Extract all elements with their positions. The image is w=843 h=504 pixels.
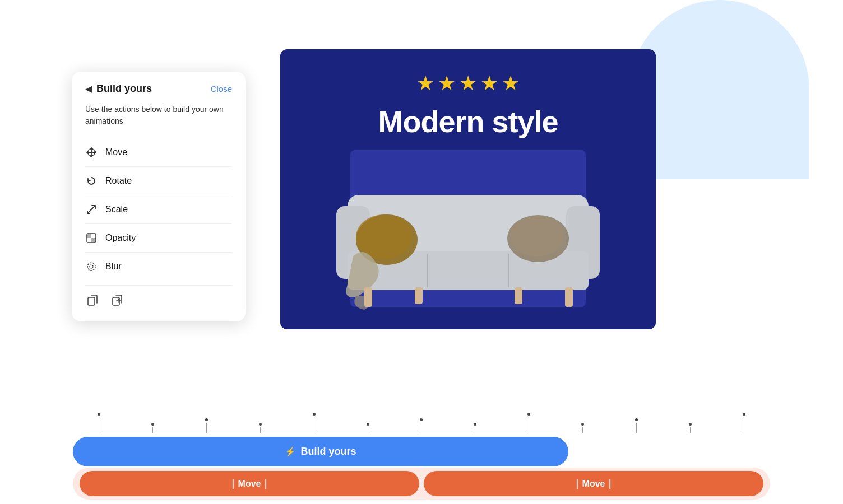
blur-icon	[85, 260, 98, 273]
star-5: ★	[502, 72, 520, 95]
move-bracket-right-1: |	[264, 478, 267, 489]
scale-label: Scale	[105, 204, 128, 214]
stars-row: ★ ★ ★ ★ ★	[416, 72, 520, 95]
move-icon	[85, 146, 98, 158]
preview-card: ★ ★ ★ ★ ★ Modern style	[280, 49, 656, 329]
panel-footer	[85, 285, 232, 308]
tick-6	[341, 423, 394, 433]
rotate-label: Rotate	[105, 176, 132, 186]
action-blur[interactable]: Blur	[85, 253, 232, 281]
action-scale[interactable]: Scale	[85, 195, 232, 224]
panel-actions: Move Rotate Scale	[85, 138, 232, 281]
build-yours-btn-container: ⚡ Build yours	[73, 437, 568, 466]
svg-point-19	[87, 263, 95, 270]
sofa-illustration	[314, 150, 622, 318]
tick-10	[557, 423, 609, 433]
tick-8	[449, 423, 502, 433]
svg-rect-12	[515, 287, 522, 304]
panel-arrow-icon: ◀	[85, 83, 92, 94]
preview-title: Modern style	[378, 104, 558, 139]
panel-header: ◀ Build yours Close	[85, 83, 232, 95]
tick-3	[180, 418, 233, 433]
svg-rect-11	[415, 287, 423, 304]
svg-rect-15	[87, 234, 91, 238]
action-rotate[interactable]: Rotate	[85, 167, 232, 195]
svg-rect-13	[565, 287, 573, 307]
svg-rect-18	[87, 238, 91, 242]
svg-point-9	[510, 216, 564, 256]
opacity-icon	[85, 232, 98, 244]
tick-12	[664, 423, 716, 433]
tick-11	[610, 418, 663, 433]
scale-icon	[85, 203, 98, 216]
svg-rect-17	[91, 234, 96, 238]
svg-rect-22	[113, 297, 119, 305]
star-4: ★	[480, 72, 498, 95]
lightning-icon: ⚡	[285, 446, 296, 457]
move-button-1[interactable]: | Move |	[80, 471, 419, 496]
tick-9	[503, 413, 555, 433]
copy-icon[interactable]	[85, 292, 101, 308]
tick-1	[73, 413, 126, 433]
move-label-1: Move	[238, 479, 261, 489]
timeline-ticks	[0, 399, 843, 433]
svg-rect-21	[88, 297, 95, 305]
bottom-area: ⚡ Build yours | Move | | Move |	[0, 395, 843, 504]
move-buttons-container: | Move | | Move |	[73, 468, 770, 500]
star-1: ★	[416, 72, 434, 95]
star-3: ★	[459, 72, 477, 95]
rotate-icon	[85, 175, 98, 187]
tick-5	[288, 413, 340, 433]
star-2: ★	[438, 72, 456, 95]
svg-point-20	[90, 265, 93, 268]
tick-2	[127, 423, 179, 433]
panel-close-button[interactable]: Close	[211, 84, 232, 94]
tick-7	[395, 418, 448, 433]
svg-rect-16	[91, 238, 96, 242]
move-label: Move	[105, 147, 127, 157]
share-icon[interactable]	[110, 292, 126, 308]
svg-rect-10	[364, 287, 372, 307]
move-bracket-left-1: |	[232, 478, 235, 489]
action-opacity[interactable]: Opacity	[85, 224, 232, 253]
panel-title-row: ◀ Build yours	[85, 83, 152, 95]
blur-label: Blur	[105, 262, 121, 272]
action-move[interactable]: Move	[85, 138, 232, 167]
opacity-label: Opacity	[105, 233, 136, 243]
tick-13	[717, 413, 770, 433]
build-yours-label: Build yours	[300, 446, 356, 458]
build-yours-button[interactable]: ⚡ Build yours	[73, 437, 568, 466]
build-panel: ◀ Build yours Close Use the actions belo…	[72, 72, 246, 321]
tick-4	[234, 423, 287, 433]
panel-description: Use the actions below to build your own …	[85, 104, 232, 127]
move-bracket-left-2: |	[576, 478, 579, 489]
arch-background	[630, 0, 809, 179]
move-bracket-right-2: |	[608, 478, 611, 489]
move-label-2: Move	[582, 479, 605, 489]
panel-title: Build yours	[96, 83, 152, 95]
move-button-2[interactable]: | Move |	[424, 471, 763, 496]
